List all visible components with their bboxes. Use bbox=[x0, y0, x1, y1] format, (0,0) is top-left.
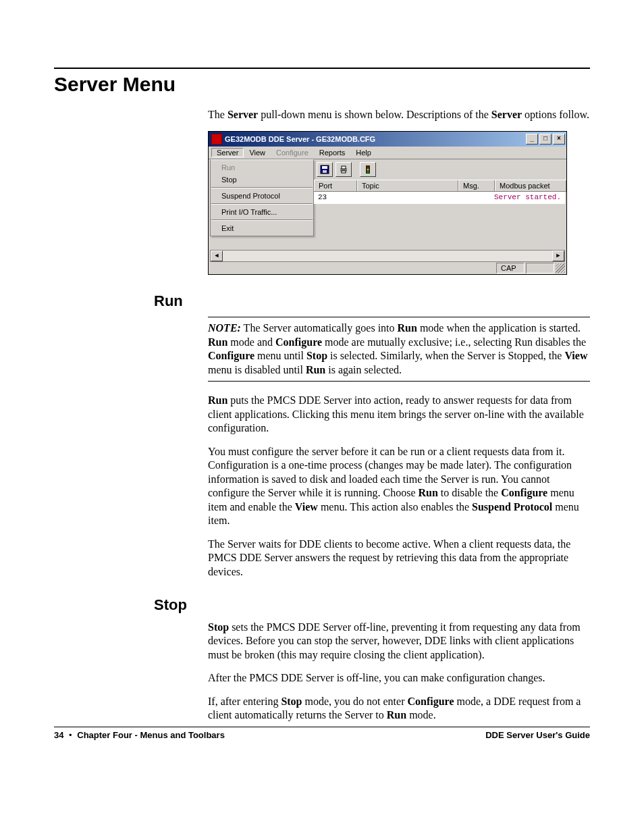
t: menu. This action also enables the bbox=[318, 501, 472, 513]
status-pane-empty bbox=[526, 263, 554, 273]
stop-heading: Stop bbox=[154, 596, 590, 614]
server-dropdown: Run Stop Suspend Protocol Print I/O Traf… bbox=[210, 159, 314, 236]
stop-p2: After the PMCS DDE Server is off-line, y… bbox=[208, 671, 590, 685]
t: If, after entering bbox=[208, 696, 281, 707]
status-cap: CAP bbox=[496, 263, 525, 273]
t: mode. bbox=[406, 709, 436, 721]
app-body: Run Stop Suspend Protocol Print I/O Traf… bbox=[209, 159, 566, 274]
stop-p1: Stop sets the PMCS DDE Server off-line, … bbox=[208, 621, 590, 662]
b: Suspend Protocol bbox=[472, 501, 552, 513]
resize-grip-icon[interactable] bbox=[556, 263, 565, 273]
text-bold: Server bbox=[491, 109, 522, 120]
scroll-right-button[interactable]: ► bbox=[552, 251, 564, 261]
t: mode when the application is started. bbox=[417, 322, 581, 334]
menuitem-exit[interactable]: Exit bbox=[211, 222, 313, 234]
main-heading: Server Menu bbox=[54, 73, 590, 96]
t: sets the PMCS DDE Server off-line, preve… bbox=[208, 621, 581, 660]
statusbar: CAP bbox=[209, 262, 566, 274]
data-row: 23 Server started. bbox=[314, 192, 565, 204]
print-button[interactable] bbox=[336, 162, 352, 177]
menuitem-print-io-traffic[interactable]: Print I/O Traffic... bbox=[211, 206, 313, 218]
top-rule bbox=[54, 68, 590, 69]
text: pull-down menu is shown below. Descripti… bbox=[258, 109, 491, 120]
column-headers: Port Topic Msg. Modbus packet bbox=[314, 180, 566, 192]
col-modbus: Modbus packet bbox=[495, 180, 566, 191]
menu-help[interactable]: Help bbox=[350, 148, 377, 157]
svg-point-9 bbox=[367, 171, 369, 173]
stop-p3: If, after entering Stop mode, you do not… bbox=[208, 695, 590, 723]
note-box: NOTE: The Server automatically goes into… bbox=[208, 317, 590, 382]
b: Configure bbox=[208, 350, 254, 361]
traffic-light-icon bbox=[363, 165, 373, 174]
t: mode, you do not enter bbox=[302, 696, 408, 707]
app-window: GE32MODB DDE Server - GE32MODB.CFG _ □ ×… bbox=[208, 131, 567, 275]
b: Stop bbox=[281, 696, 302, 707]
b: Run bbox=[306, 364, 325, 375]
menuitem-suspend-protocol[interactable]: Suspend Protocol bbox=[211, 190, 313, 202]
run-p3: The Server waits for DDE clients to beco… bbox=[208, 538, 590, 579]
note-label: NOTE: bbox=[208, 322, 241, 334]
toolbar bbox=[314, 159, 379, 180]
footer-left: 34 • Chapter Four - Menus and Toolbars bbox=[54, 730, 225, 740]
col-topic: Topic bbox=[357, 180, 458, 191]
app-icon bbox=[211, 134, 222, 145]
menu-configure: Configure bbox=[271, 148, 314, 157]
svg-rect-2 bbox=[323, 170, 327, 173]
menu-reports[interactable]: Reports bbox=[314, 148, 351, 157]
svg-rect-1 bbox=[322, 166, 327, 169]
t: is again selected. bbox=[325, 364, 402, 375]
save-button[interactable] bbox=[317, 162, 333, 177]
b: Stop bbox=[208, 621, 229, 633]
menuitem-stop[interactable]: Stop bbox=[211, 174, 313, 186]
close-button[interactable]: × bbox=[553, 134, 565, 145]
maximize-button[interactable]: □ bbox=[539, 134, 552, 145]
svg-point-7 bbox=[367, 166, 369, 168]
t: mode are mutually exclusive; i.e., selec… bbox=[322, 336, 586, 348]
svg-rect-5 bbox=[342, 171, 346, 173]
page-footer: 34 • Chapter Four - Menus and Toolbars D… bbox=[54, 727, 590, 740]
menuitem-run: Run bbox=[211, 161, 313, 174]
menu-server[interactable]: Server bbox=[211, 148, 244, 157]
b: Run bbox=[398, 322, 417, 334]
text-bold: Server bbox=[227, 109, 258, 120]
t: menu until bbox=[254, 350, 306, 361]
scroll-left-button[interactable]: ◄ bbox=[211, 251, 223, 261]
t: mode and bbox=[227, 336, 275, 348]
menu-separator bbox=[211, 187, 313, 188]
b: View bbox=[295, 501, 318, 513]
horizontal-scrollbar[interactable]: ◄ ► bbox=[210, 250, 565, 262]
minimize-button[interactable]: _ bbox=[526, 134, 538, 145]
text: The bbox=[208, 109, 227, 120]
b: Configure bbox=[407, 696, 454, 707]
intro-paragraph: The Server pull-down menu is shown below… bbox=[208, 108, 590, 122]
row-message: Server started. bbox=[494, 193, 561, 201]
b: Run bbox=[387, 709, 406, 721]
b: View bbox=[564, 350, 587, 361]
menubar: Server View Configure Reports Help bbox=[209, 147, 566, 159]
t: The Server automatically goes into bbox=[241, 322, 398, 334]
text: options follow. bbox=[522, 109, 589, 120]
col-port: Port bbox=[314, 180, 357, 191]
window-title: GE32MODB DDE Server - GE32MODB.CFG bbox=[225, 135, 525, 143]
bullet-icon: • bbox=[69, 730, 72, 740]
b: Run bbox=[208, 394, 227, 406]
run-heading: Run bbox=[154, 292, 590, 310]
footer-right: DDE Server User's Guide bbox=[485, 730, 590, 740]
page-number: 34 bbox=[54, 730, 63, 740]
save-icon bbox=[320, 165, 329, 174]
run-p2: You must configure the server before it … bbox=[208, 445, 590, 528]
t: puts the PMCS DDE Server into action, re… bbox=[208, 394, 584, 434]
chapter-title: Chapter Four - Menus and Toolbars bbox=[77, 730, 225, 740]
b: Configure bbox=[275, 336, 322, 348]
b: Run bbox=[208, 336, 227, 348]
run-p1: Run puts the PMCS DDE Server into action… bbox=[208, 394, 590, 435]
b: Run bbox=[419, 487, 438, 498]
traffic-button[interactable] bbox=[360, 162, 376, 177]
menu-separator bbox=[211, 219, 313, 221]
toolbar-separator bbox=[354, 162, 357, 177]
menu-separator bbox=[211, 203, 313, 205]
b: Stop bbox=[306, 350, 327, 361]
menu-view[interactable]: View bbox=[244, 148, 271, 157]
b: Configure bbox=[501, 487, 547, 498]
t: to disable the bbox=[438, 487, 501, 498]
